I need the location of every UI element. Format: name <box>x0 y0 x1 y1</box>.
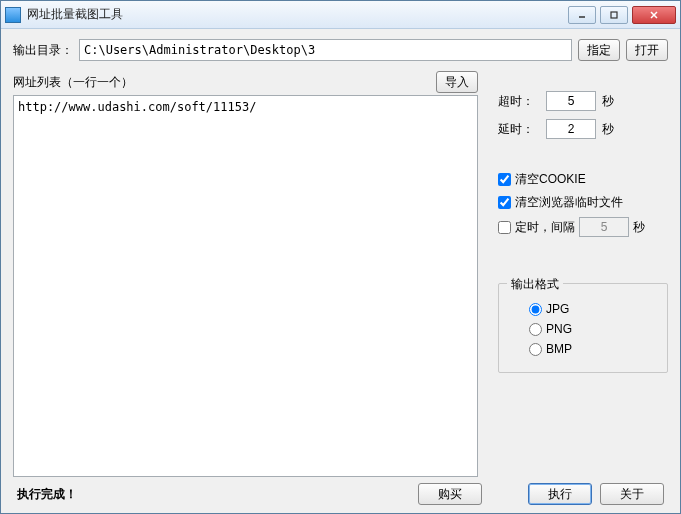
close-icon <box>648 10 660 20</box>
clear-temp-checkbox[interactable] <box>498 196 511 209</box>
timeout-label: 超时： <box>498 93 540 110</box>
format-bmp-radio[interactable] <box>529 343 542 356</box>
format-jpg-row: JPG <box>513 302 653 316</box>
format-jpg-radio[interactable] <box>529 303 542 316</box>
delay-unit: 秒 <box>602 121 614 138</box>
output-format-legend: 输出格式 <box>507 276 563 293</box>
clear-cookie-label[interactable]: 清空COOKIE <box>515 171 586 188</box>
titlebar: 网址批量截图工具 <box>1 1 680 29</box>
window-title: 网址批量截图工具 <box>27 6 568 23</box>
output-row: 输出目录： 指定 打开 <box>13 39 668 61</box>
minimize-button[interactable] <box>568 6 596 24</box>
delay-input[interactable] <box>546 119 596 139</box>
execute-button[interactable]: 执行 <box>528 483 592 505</box>
format-png-label[interactable]: PNG <box>546 322 572 336</box>
status-text: 执行完成！ <box>17 486 410 503</box>
minimize-icon <box>577 10 587 20</box>
clear-temp-row: 清空浏览器临时文件 <box>498 194 668 211</box>
clear-cookie-row: 清空COOKIE <box>498 171 668 188</box>
timer-row: 定时，间隔 秒 <box>498 217 668 237</box>
timeout-row: 超时： 秒 <box>498 91 668 111</box>
right-column: 超时： 秒 延时： 秒 清空COOKIE 清空浏览器临时文件 <box>498 71 668 477</box>
timer-unit: 秒 <box>633 219 645 236</box>
about-button[interactable]: 关于 <box>600 483 664 505</box>
delay-row: 延时： 秒 <box>498 119 668 139</box>
buy-button[interactable]: 购买 <box>418 483 482 505</box>
svg-rect-1 <box>611 12 617 18</box>
timeout-input[interactable] <box>546 91 596 111</box>
timer-interval-input <box>579 217 629 237</box>
url-list-label: 网址列表（一行一个） <box>13 74 436 91</box>
main-row: 网址列表（一行一个） 导入 超时： 秒 延时： 秒 <box>13 71 668 477</box>
timer-label[interactable]: 定时，间隔 <box>515 219 575 236</box>
timeout-unit: 秒 <box>602 93 614 110</box>
url-list-textarea[interactable] <box>13 95 478 477</box>
format-bmp-label[interactable]: BMP <box>546 342 572 356</box>
window-controls <box>568 6 676 24</box>
format-png-radio[interactable] <box>529 323 542 336</box>
app-icon <box>5 7 21 23</box>
open-button[interactable]: 打开 <box>626 39 668 61</box>
format-png-row: PNG <box>513 322 653 336</box>
maximize-icon <box>609 10 619 20</box>
app-window: 网址批量截图工具 输出目录： 指定 打开 网址列表（一行一个） 导入 <box>0 0 681 514</box>
output-path-input[interactable] <box>79 39 572 61</box>
close-button[interactable] <box>632 6 676 24</box>
output-label: 输出目录： <box>13 42 73 59</box>
content-area: 输出目录： 指定 打开 网址列表（一行一个） 导入 超时： 秒 延 <box>1 29 680 513</box>
output-format-fieldset: 输出格式 JPG PNG BMP <box>498 283 668 373</box>
timer-checkbox[interactable] <box>498 221 511 234</box>
delay-label: 延时： <box>498 121 540 138</box>
import-button[interactable]: 导入 <box>436 71 478 93</box>
format-jpg-label[interactable]: JPG <box>546 302 569 316</box>
left-column: 网址列表（一行一个） 导入 <box>13 71 478 477</box>
maximize-button[interactable] <box>600 6 628 24</box>
specify-button[interactable]: 指定 <box>578 39 620 61</box>
url-list-header: 网址列表（一行一个） 导入 <box>13 71 478 93</box>
format-bmp-row: BMP <box>513 342 653 356</box>
footer: 执行完成！ 购买 执行 关于 <box>13 477 668 505</box>
clear-temp-label[interactable]: 清空浏览器临时文件 <box>515 194 623 211</box>
clear-cookie-checkbox[interactable] <box>498 173 511 186</box>
